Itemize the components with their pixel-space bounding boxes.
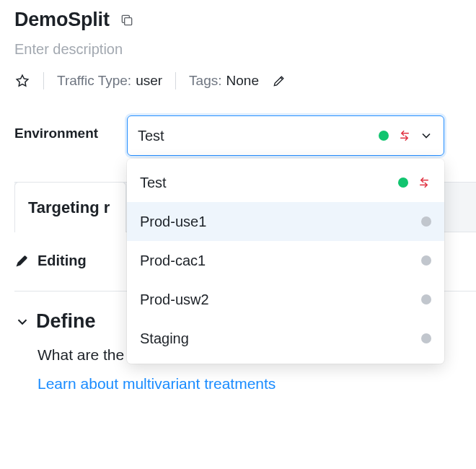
environment-option-label: Prod-cac1 (140, 253, 415, 269)
tags-label: Tags: (189, 73, 221, 89)
divider (175, 72, 176, 89)
tags-value: None (226, 73, 259, 89)
status-dot-icon (421, 216, 431, 227)
edit-tags-icon[interactable] (272, 74, 286, 88)
status-dot-icon (421, 294, 431, 304)
svg-rect-0 (124, 17, 131, 25)
copy-icon[interactable] (120, 13, 134, 27)
traffic-type-label: Traffic Type: (57, 73, 131, 89)
chevron-down-icon (14, 314, 30, 330)
pencil-icon (14, 254, 29, 268)
traffic-type: Traffic Type: user (57, 73, 162, 89)
environment-option[interactable]: Prod-usw2 (127, 280, 444, 319)
tags: Tags: None (189, 73, 259, 89)
environment-dropdown-panel: TestProd-use1Prod-cac1Prod-usw2Staging (127, 159, 444, 364)
swap-icon[interactable] (397, 128, 412, 143)
tab-targeting[interactable]: Targeting r (14, 182, 126, 232)
page-title: DemoSplit (14, 9, 110, 31)
environment-label: Environment (14, 115, 115, 141)
divider (43, 72, 44, 89)
tab-label: Targeting r (28, 198, 110, 217)
swap-icon[interactable] (417, 175, 431, 190)
environment-option[interactable]: Prod-cac1 (127, 241, 444, 280)
environment-option[interactable]: Prod-use1 (127, 202, 444, 241)
status-dot-icon (421, 255, 431, 266)
status-dot-icon (398, 177, 408, 188)
environment-option[interactable]: Test (127, 163, 444, 202)
environment-option-label: Test (140, 175, 392, 191)
environment-selected-value: Test (138, 128, 379, 144)
status-dot-icon (421, 333, 431, 343)
status-dot-icon (379, 131, 389, 141)
environment-option-label: Prod-usw2 (140, 292, 415, 308)
star-icon[interactable] (14, 73, 30, 89)
environment-option-label: Prod-use1 (140, 214, 415, 230)
environment-option-label: Staging (140, 330, 415, 347)
description-placeholder[interactable]: Enter description (14, 41, 462, 58)
editing-label: Editing (38, 253, 87, 269)
chevron-down-icon[interactable] (419, 128, 433, 143)
section-title: Define (36, 310, 96, 333)
traffic-type-value: user (136, 73, 162, 89)
learn-multivariant-link[interactable]: Learn about multivariant treatments (38, 372, 462, 396)
environment-select[interactable]: Test (127, 115, 444, 156)
environment-option[interactable]: Staging (127, 319, 444, 358)
